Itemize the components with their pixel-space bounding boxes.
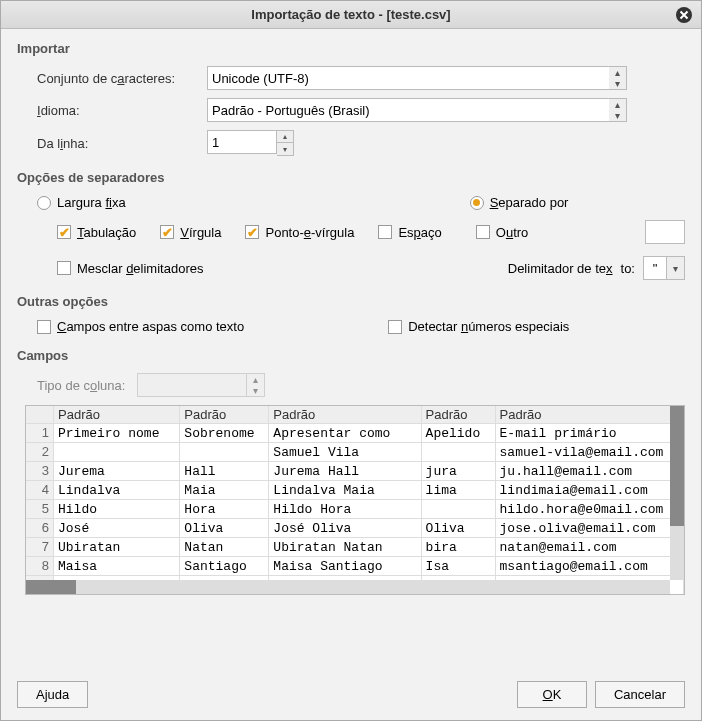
spin-down-icon[interactable]: ▾ — [277, 143, 293, 155]
table-row: 1Primeiro nomeSobrenomeApresentar comoAp… — [26, 424, 684, 443]
table-cell: natan@email.com — [495, 538, 683, 557]
table-row: 3JuremaHallJurema Halljuraju.hall@email.… — [26, 462, 684, 481]
detect-numbers-checkbox[interactable]: Detectar números especiais — [388, 319, 569, 334]
language-input[interactable] — [207, 98, 609, 122]
table-cell: lindimaia@email.com — [495, 481, 683, 500]
fixed-width-radio[interactable]: Largura fixa — [37, 195, 126, 210]
table-row: 6JoséOlivaJosé OlivaOlivajose.oliva@emai… — [26, 519, 684, 538]
preview-table[interactable]: PadrãoPadrãoPadrãoPadrãoPadrão1Primeiro … — [25, 405, 685, 595]
table-cell: ju.hall@email.com — [495, 462, 683, 481]
table-cell: Santiago — [180, 557, 269, 576]
help-button[interactable]: Ajuda — [17, 681, 88, 708]
table-cell: msantiago@email.com — [495, 557, 683, 576]
chevron-updown-icon: ▴▾ — [247, 373, 265, 397]
dialog-title: Importação de texto - [teste.csv] — [251, 7, 450, 22]
table-row: 2Samuel Vilasamuel-vila@email.com — [26, 443, 684, 462]
chevron-down-icon[interactable]: ▾ — [667, 256, 685, 280]
table-cell: sam — [421, 595, 495, 596]
semicolon-checkbox[interactable]: Ponto-e-vírgula — [245, 225, 354, 240]
text-delim-combo[interactable]: ▾ — [643, 256, 685, 280]
table-cell: Ubiratan Natan — [269, 538, 421, 557]
table-cell: Maia — [180, 481, 269, 500]
column-header[interactable]: Padrão — [54, 406, 180, 424]
table-cell: Primeiro nome — [54, 424, 180, 443]
tab-checkbox[interactable]: Tabulação — [57, 225, 136, 240]
ok-button[interactable]: OK — [517, 681, 587, 708]
table-cell: Natan — [180, 538, 269, 557]
table-cell: Hora — [180, 500, 269, 519]
space-checkbox[interactable]: Espaço — [378, 225, 441, 240]
table-cell: lima — [421, 481, 495, 500]
language-combo[interactable]: ▴▾ — [207, 98, 627, 122]
separator-section-title: Opções de separadores — [17, 170, 685, 185]
table-row: 7UbiratanNatanUbiratan Natanbiranatan@em… — [26, 538, 684, 557]
other-separator-input[interactable] — [645, 220, 685, 244]
close-icon[interactable] — [675, 6, 693, 24]
charset-input[interactable] — [207, 66, 609, 90]
table-cell: Lindalva Maia — [269, 481, 421, 500]
table-row: 4LindalvaMaiaLindalva Maialimalindimaia@… — [26, 481, 684, 500]
charset-label: Conjunto de caracteres: — [17, 71, 207, 86]
column-header[interactable]: Padrão — [180, 406, 269, 424]
table-cell: Maisa Santiago — [269, 557, 421, 576]
vertical-scrollbar[interactable] — [670, 406, 684, 580]
table-cell: E-mail primário — [495, 424, 683, 443]
fields-section-title: Campos — [17, 348, 685, 363]
separated-by-radio[interactable]: Separado por — [470, 195, 569, 210]
table-cell: bira — [421, 538, 495, 557]
spin-up-icon[interactable]: ▴ — [277, 131, 293, 143]
table-cell: Hildo Hora — [269, 500, 421, 519]
table-cell: José — [54, 519, 180, 538]
coltype-label: Tipo de coluna: — [37, 378, 125, 393]
column-header[interactable]: Padrão — [269, 406, 421, 424]
table-cell: Jurema — [54, 462, 180, 481]
column-header[interactable]: Padrão — [421, 406, 495, 424]
quoted-text-checkbox[interactable]: Campos entre aspas como texto — [37, 319, 244, 334]
other-checkbox[interactable]: Outro — [476, 225, 529, 240]
charset-combo[interactable]: ▴▾ — [207, 66, 627, 90]
table-cell: hildo.hora@e0mail.com — [495, 500, 683, 519]
table-cell: Lindalva — [54, 481, 180, 500]
horizontal-scrollbar[interactable] — [26, 580, 670, 594]
table-cell: Samuel Vila — [269, 443, 421, 462]
table-cell: jura — [421, 462, 495, 481]
cancel-button[interactable]: Cancelar — [595, 681, 685, 708]
table-cell: Sobrenome — [180, 424, 269, 443]
table-cell: Apresentar como — [269, 424, 421, 443]
table-cell: Isa — [421, 557, 495, 576]
table-cell: samira.toledo@email.com — [495, 595, 683, 596]
language-label: Idioma: — [17, 103, 207, 118]
table-cell — [421, 500, 495, 519]
fromrow-spinner[interactable]: ▴ ▾ — [207, 130, 685, 156]
chevron-updown-icon[interactable]: ▴▾ — [609, 98, 627, 122]
text-delim-input[interactable] — [643, 256, 667, 280]
table-cell: jose.oliva@email.com — [495, 519, 683, 538]
merge-delim-checkbox[interactable]: Mesclar delimitadores — [57, 261, 203, 276]
coltype-combo: ▴▾ — [137, 373, 265, 397]
table-cell — [180, 443, 269, 462]
text-delim-label: Delimitador de texto: — [508, 261, 635, 276]
table-cell: Ubiratan — [54, 538, 180, 557]
table-row: 8MaisaSantiagoMaisa SantiagoIsamsantiago… — [26, 557, 684, 576]
table-cell: Samira Toledo — [269, 595, 421, 596]
table-cell: Hildo — [54, 500, 180, 519]
table-cell: Jurema Hall — [269, 462, 421, 481]
fromrow-input[interactable] — [207, 130, 277, 154]
table-cell: Hall — [180, 462, 269, 481]
table-cell — [421, 443, 495, 462]
other-section-title: Outras opções — [17, 294, 685, 309]
table-cell: Toledo — [180, 595, 269, 596]
table-cell: José Oliva — [269, 519, 421, 538]
table-row: 5HildoHoraHildo Horahildo.hora@e0mail.co… — [26, 500, 684, 519]
table-cell: Oliva — [180, 519, 269, 538]
fromrow-label: Da linha: — [17, 136, 207, 151]
import-section-title: Importar — [17, 41, 685, 56]
table-cell: Oliva — [421, 519, 495, 538]
table-cell: Maisa — [54, 557, 180, 576]
table-cell: samuel-vila@email.com — [495, 443, 683, 462]
chevron-updown-icon[interactable]: ▴▾ — [609, 66, 627, 90]
column-header[interactable]: Padrão — [495, 406, 683, 424]
comma-checkbox[interactable]: Vírgula — [160, 225, 221, 240]
table-cell — [54, 443, 180, 462]
table-cell: Apelido — [421, 424, 495, 443]
